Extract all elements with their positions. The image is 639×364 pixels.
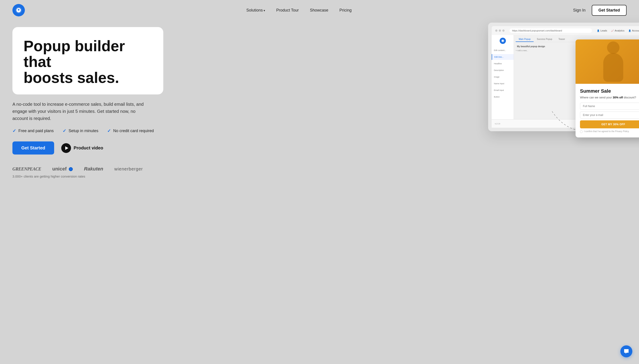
- browser-account: 👤 Account: [628, 29, 639, 32]
- popup-name-input[interactable]: [580, 103, 639, 110]
- dashboard-main: Main Popup Success Popup Teaser My beaut…: [514, 35, 639, 119]
- sidebar-email-input[interactable]: Email Input: [492, 87, 514, 93]
- product-video-label: Product video: [74, 146, 103, 150]
- dashboard-content: Edit content... Edit Des... Headline Des…: [492, 35, 639, 119]
- youtube-icon: [61, 143, 71, 153]
- privacy-checkbox[interactable]: [580, 130, 583, 133]
- dot-green: [502, 30, 505, 32]
- url-bar[interactable]: https://dashboard.popupsmart.com/dashboa…: [509, 28, 592, 33]
- nav-item-solutions[interactable]: Solutions: [246, 8, 265, 13]
- dashboard-sidebar: Edit content... Edit Des... Headline Des…: [492, 35, 514, 119]
- brand-wienerberger: wienerberger: [114, 166, 143, 172]
- hero-subtitle: A no-code tool to increase e-commerce sa…: [13, 101, 150, 122]
- tab-success-popup[interactable]: Success Popup: [534, 37, 555, 42]
- check-label-plans: Free and paid plans: [19, 128, 54, 133]
- nav-link-product-tour[interactable]: Product Tour: [276, 8, 299, 12]
- nav-item-showcase[interactable]: Showcase: [310, 8, 328, 13]
- headline-card: Popup builder that boosts sales.: [13, 27, 163, 94]
- leads-label: Leads: [600, 29, 607, 32]
- check-icon-plans: ✓: [13, 128, 16, 134]
- sidebar-edit-content[interactable]: Edit content...: [492, 48, 514, 53]
- account-label: Account: [632, 29, 639, 32]
- sidebar-name-input[interactable]: Name Input: [492, 81, 514, 86]
- get-started-button-nav[interactable]: Get Started: [592, 5, 626, 16]
- browser-nav-right: 👤 Leads 📈 Analytics 👤 Account: [597, 29, 639, 32]
- dot-yellow: [499, 30, 501, 32]
- popup-privacy-text: I confirm that I've agreed to the Privac…: [584, 130, 629, 132]
- hero-left: Popup builder that boosts sales. A no-co…: [13, 27, 332, 178]
- tab-main-popup[interactable]: Main Popup: [516, 37, 534, 42]
- nav-item-pricing[interactable]: Pricing: [340, 8, 352, 13]
- check-icon-setup: ✓: [63, 128, 66, 134]
- analytics-label: Analytics: [614, 29, 624, 32]
- hero-section: Popup builder that boosts sales. A no-co…: [0, 20, 639, 178]
- hero-right: https://dashboard.popupsmart.com/dashboa…: [488, 22, 639, 131]
- dash-logo-icon: [500, 38, 506, 44]
- sidebar-image[interactable]: Image: [492, 74, 514, 80]
- popup-title: Summer Sale: [580, 88, 639, 94]
- popup-submit-button[interactable]: GET MY 30% OFF: [580, 120, 639, 128]
- brand-unicef: unicef: [52, 166, 73, 172]
- unicef-globe-icon: [69, 167, 73, 171]
- tab-teaser[interactable]: Teaser: [555, 37, 568, 42]
- logo[interactable]: [13, 4, 25, 16]
- check-item-credit: ✓ No credit card required: [107, 128, 154, 134]
- check-label-setup: Setup in minutes: [69, 128, 98, 133]
- navbar: Solutions Product Tour Showcase Pricing …: [0, 0, 639, 20]
- svg-point-4: [502, 40, 504, 42]
- nav-right: Sign In Get Started: [573, 5, 626, 16]
- popup-email-input[interactable]: [580, 112, 639, 118]
- browser-dots: [495, 30, 505, 32]
- sidebar-headline[interactable]: Headline: [492, 61, 514, 66]
- cta-row: Get Started Product video: [13, 142, 332, 154]
- sidebar-description[interactable]: Description: [492, 68, 514, 73]
- brand-logos: GREENPEACE unicef Rakuten wienerberger: [13, 166, 332, 172]
- popup-form: Summer Sale Where can we send your 30% o…: [575, 84, 639, 138]
- get-started-button-hero[interactable]: Get Started: [13, 142, 54, 154]
- popup-subtitle: Where can we send your 30% off discount?: [580, 96, 639, 99]
- popup-overlay: ✕ Summer Sale Where can we send your 30%…: [575, 40, 639, 138]
- popup-person-image: [575, 40, 639, 84]
- popup-image-section: ✕: [575, 40, 639, 84]
- clients-text: 3.000+ clients are getting higher conver…: [13, 174, 332, 178]
- browser-bar: https://dashboard.popupsmart.com/dashboa…: [492, 26, 639, 35]
- browser-leads: 👤 Leads: [597, 29, 607, 32]
- nav-item-product-tour[interactable]: Product Tour: [276, 8, 299, 13]
- nav-link-pricing[interactable]: Pricing: [340, 8, 352, 12]
- nav-link-showcase[interactable]: Showcase: [310, 8, 328, 12]
- chat-button[interactable]: [620, 346, 632, 357]
- brands-section: GREENPEACE unicef Rakuten wienerberger 3…: [13, 166, 332, 178]
- sidebar-edit-design[interactable]: Edit Des...: [492, 54, 514, 60]
- dot-red: [495, 30, 497, 32]
- check-item-plans: ✓ Free and paid plans: [13, 128, 54, 134]
- logo-icon: [13, 4, 25, 16]
- nav-link-solutions[interactable]: Solutions: [246, 8, 265, 12]
- checkmarks: ✓ Free and paid plans ✓ Setup in minutes…: [13, 128, 332, 134]
- hero-headline: Popup builder that boosts sales.: [24, 38, 152, 86]
- browser-analytics: 📈 Analytics: [611, 29, 624, 32]
- check-label-credit: No credit card required: [113, 128, 154, 133]
- chat-icon: [623, 348, 629, 354]
- version-label: v1.5.6: [495, 122, 500, 125]
- product-video-button[interactable]: Product video: [61, 143, 103, 153]
- sign-in-link[interactable]: Sign In: [573, 8, 585, 13]
- check-item-setup: ✓ Setup in minutes: [63, 128, 98, 134]
- brand-greenpeace: GREENPEACE: [13, 166, 41, 172]
- nav-links: Solutions Product Tour Showcase Pricing: [246, 8, 352, 13]
- popup-privacy: I confirm that I've agreed to the Privac…: [580, 130, 639, 133]
- brand-rakuten: Rakuten: [84, 166, 103, 172]
- dashboard-mockup: https://dashboard.popupsmart.com/dashboa…: [488, 22, 639, 131]
- sidebar-button[interactable]: Button: [492, 94, 514, 100]
- check-icon-credit: ✓: [107, 128, 111, 134]
